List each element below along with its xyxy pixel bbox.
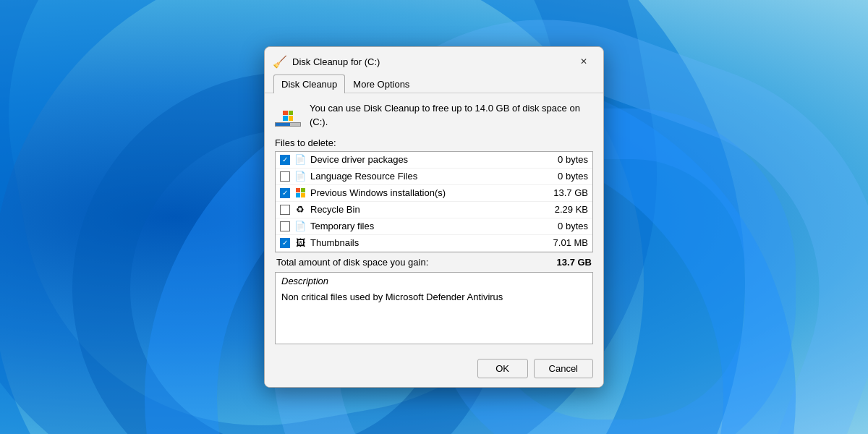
total-label: Total amount of disk space you gain: [276, 257, 428, 268]
header-section: You can use Disk Cleanup to free up to 1… [275, 102, 593, 128]
checkbox-recycle-bin[interactable] [280, 205, 290, 215]
title-bar: 🧹 Disk Cleanup for (C:) ✕ [265, 47, 603, 70]
checkbox-device-drivers[interactable]: ✓ [280, 155, 290, 165]
file-name-previous-windows: Previous Windows installation(s) [310, 187, 543, 198]
total-value: 13.7 GB [557, 257, 592, 268]
disk-icon [283, 102, 293, 121]
description-text: Non critical files used by Microsoft Def… [276, 288, 592, 310]
checkbox-previous-windows[interactable]: ✓ [280, 188, 290, 198]
file-size-device-drivers: 0 bytes [552, 154, 588, 165]
description-label: Description [276, 273, 592, 288]
description-section: Description Non critical files used by M… [275, 272, 593, 344]
windows-icon [296, 188, 305, 197]
title-bar-left: 🧹 Disk Cleanup for (C:) [273, 55, 380, 68]
file-name-thumbnails: Thumbnails [310, 237, 543, 248]
file-name-device-drivers: Device driver packages [310, 154, 548, 165]
file-name-language-resource: Language Resource Files [310, 171, 548, 182]
windows-logo-icon [283, 111, 293, 121]
file-item-previous-windows[interactable]: ✓ Previous Windows installation(s) 13.7 … [276, 185, 592, 202]
file-item-thumbnails[interactable]: ✓ 🖼 Thumbnails 7.01 MB [276, 235, 592, 252]
header-description: You can use Disk Cleanup to free up to 1… [310, 102, 593, 128]
file-size-temporary-files: 0 bytes [552, 221, 588, 231]
window-title: Disk Cleanup for (C:) [292, 56, 380, 67]
app-icon: 🧹 [273, 55, 286, 68]
dialog-content: You can use Disk Cleanup to free up to 1… [265, 93, 603, 352]
tab-more-options[interactable]: More Options [345, 75, 417, 93]
file-name-recycle-bin: Recycle Bin [310, 204, 545, 215]
checkbox-temporary-files[interactable] [280, 221, 290, 231]
recycle-bin-icon: ♻ [294, 204, 306, 216]
checkbox-language-resource[interactable] [280, 171, 290, 182]
files-list[interactable]: ✓ 📄 Device driver packages 0 bytes 📄 Lan… [275, 151, 593, 252]
tab-bar: Disk Cleanup More Options [265, 72, 603, 93]
file-item-language-resource[interactable]: 📄 Language Resource Files 0 bytes [276, 169, 592, 185]
checkbox-thumbnails[interactable]: ✓ [280, 238, 290, 248]
file-item-temporary-files[interactable]: 📄 Temporary files 0 bytes [276, 218, 592, 235]
file-icon-device-drivers: 📄 [294, 154, 306, 166]
file-name-temporary-files: Temporary files [310, 221, 548, 231]
disk-cleanup-dialog: 🧹 Disk Cleanup for (C:) ✕ Disk Cleanup M… [264, 46, 604, 387]
cancel-button[interactable]: Cancel [534, 359, 593, 378]
file-size-language-resource: 0 bytes [552, 171, 588, 182]
file-icon-language-resource: 📄 [294, 171, 306, 182]
disk-icon-area [275, 102, 301, 127]
file-icon-previous-windows [294, 187, 306, 199]
ok-button[interactable]: OK [477, 359, 528, 378]
file-size-recycle-bin: 2.29 KB [549, 204, 588, 215]
disk-bar [275, 122, 301, 127]
close-button[interactable]: ✕ [573, 53, 595, 70]
buttons-row: OK Cancel [265, 353, 603, 387]
file-item-device-drivers[interactable]: ✓ 📄 Device driver packages 0 bytes [276, 152, 592, 169]
file-size-previous-windows: 13.7 GB [548, 187, 588, 198]
tab-disk-cleanup[interactable]: Disk Cleanup [273, 75, 345, 93]
thumbnails-icon: 🖼 [294, 237, 306, 249]
total-section: Total amount of disk space you gain: 13.… [275, 252, 593, 272]
files-to-delete-label: Files to delete: [275, 137, 593, 148]
file-item-recycle-bin[interactable]: ♻ Recycle Bin 2.29 KB [276, 202, 592, 218]
dialog-overlay: 🧹 Disk Cleanup for (C:) ✕ Disk Cleanup M… [0, 0, 868, 434]
file-size-thumbnails: 7.01 MB [548, 237, 588, 248]
file-icon-temporary-files: 📄 [294, 221, 306, 232]
